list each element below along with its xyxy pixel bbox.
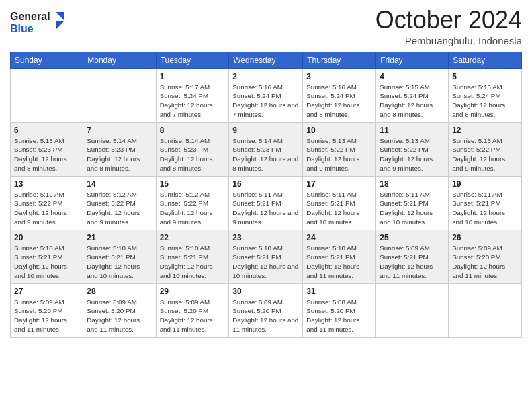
day-number: 20 <box>14 233 79 242</box>
day-info: Sunrise: 5:15 AMSunset: 5:24 PMDaylight:… <box>380 83 445 120</box>
day-info: Sunrise: 5:09 AMSunset: 5:20 PMDaylight:… <box>232 298 299 334</box>
calendar-cell: 26Sunrise: 5:09 AMSunset: 5:20 PMDayligh… <box>449 230 522 283</box>
day-number: 14 <box>87 179 152 189</box>
day-number: 24 <box>306 233 372 242</box>
day-info: Sunrise: 5:10 AMSunset: 5:21 PMDaylight:… <box>14 244 79 281</box>
day-number: 30 <box>232 287 299 296</box>
weekday-header-friday: Friday <box>376 52 449 68</box>
day-number: 7 <box>87 126 152 135</box>
calendar-cell: 13Sunrise: 5:12 AMSunset: 5:22 PMDayligh… <box>11 176 83 230</box>
day-info: Sunrise: 5:12 AMSunset: 5:22 PMDaylight:… <box>160 190 226 227</box>
day-number: 11 <box>380 126 445 135</box>
day-info: Sunrise: 5:09 AMSunset: 5:20 PMDaylight:… <box>452 244 518 281</box>
page: General Blue October 2024 Pembuanghulu, … <box>0 0 532 411</box>
day-number: 9 <box>232 126 299 135</box>
location-title: Pembuanghulu, Indonesia <box>375 35 522 46</box>
day-number: 6 <box>14 126 79 135</box>
calendar-cell: 23Sunrise: 5:10 AMSunset: 5:21 PMDayligh… <box>229 230 303 283</box>
calendar-cell <box>376 283 449 337</box>
calendar-cell: 24Sunrise: 5:10 AMSunset: 5:21 PMDayligh… <box>303 230 376 283</box>
day-info: Sunrise: 5:12 AMSunset: 5:22 PMDaylight:… <box>87 190 152 227</box>
calendar-cell: 25Sunrise: 5:09 AMSunset: 5:21 PMDayligh… <box>376 230 449 283</box>
day-number: 25 <box>380 233 445 242</box>
day-info: Sunrise: 5:14 AMSunset: 5:23 PMDaylight:… <box>232 136 299 173</box>
weekday-header-monday: Monday <box>83 52 156 68</box>
day-number: 2 <box>232 72 299 81</box>
weekday-header-sunday: Sunday <box>11 52 83 68</box>
day-info: Sunrise: 5:11 AMSunset: 5:21 PMDaylight:… <box>452 190 518 227</box>
calendar-week-1: 1Sunrise: 5:17 AMSunset: 5:24 PMDaylight… <box>11 68 522 122</box>
calendar-cell: 17Sunrise: 5:11 AMSunset: 5:21 PMDayligh… <box>303 176 376 230</box>
day-info: Sunrise: 5:16 AMSunset: 5:24 PMDaylight:… <box>306 83 372 120</box>
day-number: 17 <box>306 179 372 189</box>
calendar-cell: 28Sunrise: 5:09 AMSunset: 5:20 PMDayligh… <box>83 283 156 337</box>
title-area: October 2024 Pembuanghulu, Indonesia <box>375 7 522 46</box>
day-number: 13 <box>14 179 79 189</box>
day-info: Sunrise: 5:16 AMSunset: 5:24 PMDaylight:… <box>232 83 299 120</box>
calendar-week-4: 20Sunrise: 5:10 AMSunset: 5:21 PMDayligh… <box>11 230 522 283</box>
day-info: Sunrise: 5:11 AMSunset: 5:21 PMDaylight:… <box>232 190 299 227</box>
day-info: Sunrise: 5:11 AMSunset: 5:21 PMDaylight:… <box>380 190 445 227</box>
calendar-cell: 20Sunrise: 5:10 AMSunset: 5:21 PMDayligh… <box>11 230 83 283</box>
calendar-cell: 7Sunrise: 5:14 AMSunset: 5:23 PMDaylight… <box>83 122 156 176</box>
calendar-cell: 31Sunrise: 5:08 AMSunset: 5:20 PMDayligh… <box>303 283 376 337</box>
calendar-cell <box>11 68 83 122</box>
day-info: Sunrise: 5:15 AMSunset: 5:23 PMDaylight:… <box>14 136 79 173</box>
day-number: 15 <box>160 179 226 189</box>
calendar-cell: 27Sunrise: 5:09 AMSunset: 5:20 PMDayligh… <box>11 283 83 337</box>
day-info: Sunrise: 5:13 AMSunset: 5:22 PMDaylight:… <box>452 136 518 173</box>
logo-svg: General Blue <box>10 7 71 38</box>
calendar-cell: 5Sunrise: 5:15 AMSunset: 5:24 PMDaylight… <box>449 68 522 122</box>
weekday-header-wednesday: Wednesday <box>229 52 303 68</box>
calendar-week-3: 13Sunrise: 5:12 AMSunset: 5:22 PMDayligh… <box>11 176 522 230</box>
day-info: Sunrise: 5:14 AMSunset: 5:23 PMDaylight:… <box>87 136 152 173</box>
day-info: Sunrise: 5:10 AMSunset: 5:21 PMDaylight:… <box>232 244 299 281</box>
calendar-cell: 11Sunrise: 5:13 AMSunset: 5:22 PMDayligh… <box>376 122 449 176</box>
calendar-cell: 12Sunrise: 5:13 AMSunset: 5:22 PMDayligh… <box>449 122 522 176</box>
day-info: Sunrise: 5:13 AMSunset: 5:22 PMDaylight:… <box>380 136 445 173</box>
day-info: Sunrise: 5:17 AMSunset: 5:24 PMDaylight:… <box>160 83 226 120</box>
calendar-cell: 29Sunrise: 5:09 AMSunset: 5:20 PMDayligh… <box>156 283 229 337</box>
calendar-cell: 9Sunrise: 5:14 AMSunset: 5:23 PMDaylight… <box>229 122 303 176</box>
day-number: 10 <box>306 126 372 135</box>
calendar-week-2: 6Sunrise: 5:15 AMSunset: 5:23 PMDaylight… <box>11 122 522 176</box>
day-number: 26 <box>452 233 518 242</box>
day-number: 1 <box>160 72 226 81</box>
calendar-header-row: SundayMondayTuesdayWednesdayThursdayFrid… <box>11 52 522 68</box>
day-number: 23 <box>232 233 299 242</box>
day-number: 21 <box>87 233 152 242</box>
calendar-cell: 14Sunrise: 5:12 AMSunset: 5:22 PMDayligh… <box>83 176 156 230</box>
calendar-cell <box>83 68 156 122</box>
day-info: Sunrise: 5:10 AMSunset: 5:21 PMDaylight:… <box>160 244 226 281</box>
day-info: Sunrise: 5:13 AMSunset: 5:22 PMDaylight:… <box>306 136 372 173</box>
weekday-header-thursday: Thursday <box>303 52 376 68</box>
day-number: 28 <box>87 287 152 296</box>
day-number: 5 <box>452 72 518 81</box>
calendar-cell: 3Sunrise: 5:16 AMSunset: 5:24 PMDaylight… <box>303 68 376 122</box>
calendar-cell: 10Sunrise: 5:13 AMSunset: 5:22 PMDayligh… <box>303 122 376 176</box>
day-info: Sunrise: 5:09 AMSunset: 5:20 PMDaylight:… <box>87 298 152 334</box>
header: General Blue October 2024 Pembuanghulu, … <box>10 7 522 46</box>
day-info: Sunrise: 5:14 AMSunset: 5:23 PMDaylight:… <box>160 136 226 173</box>
day-number: 27 <box>14 287 79 296</box>
day-number: 22 <box>160 233 226 242</box>
calendar-cell: 22Sunrise: 5:10 AMSunset: 5:21 PMDayligh… <box>156 230 229 283</box>
day-info: Sunrise: 5:15 AMSunset: 5:24 PMDaylight:… <box>452 83 518 120</box>
day-number: 3 <box>306 72 372 81</box>
day-info: Sunrise: 5:08 AMSunset: 5:20 PMDaylight:… <box>306 298 372 334</box>
day-number: 4 <box>380 72 445 81</box>
svg-marker-3 <box>56 21 64 30</box>
day-number: 16 <box>232 179 299 189</box>
calendar-cell: 18Sunrise: 5:11 AMSunset: 5:21 PMDayligh… <box>376 176 449 230</box>
day-info: Sunrise: 5:09 AMSunset: 5:21 PMDaylight:… <box>380 244 445 281</box>
svg-text:General: General <box>10 11 50 22</box>
day-info: Sunrise: 5:09 AMSunset: 5:20 PMDaylight:… <box>14 298 79 334</box>
day-number: 31 <box>306 287 372 296</box>
day-info: Sunrise: 5:12 AMSunset: 5:22 PMDaylight:… <box>14 190 79 227</box>
calendar-cell: 2Sunrise: 5:16 AMSunset: 5:24 PMDaylight… <box>229 68 303 122</box>
calendar-cell <box>449 283 522 337</box>
weekday-header-saturday: Saturday <box>449 52 522 68</box>
day-number: 19 <box>452 179 518 189</box>
svg-marker-2 <box>56 12 64 20</box>
weekday-header-tuesday: Tuesday <box>156 52 229 68</box>
